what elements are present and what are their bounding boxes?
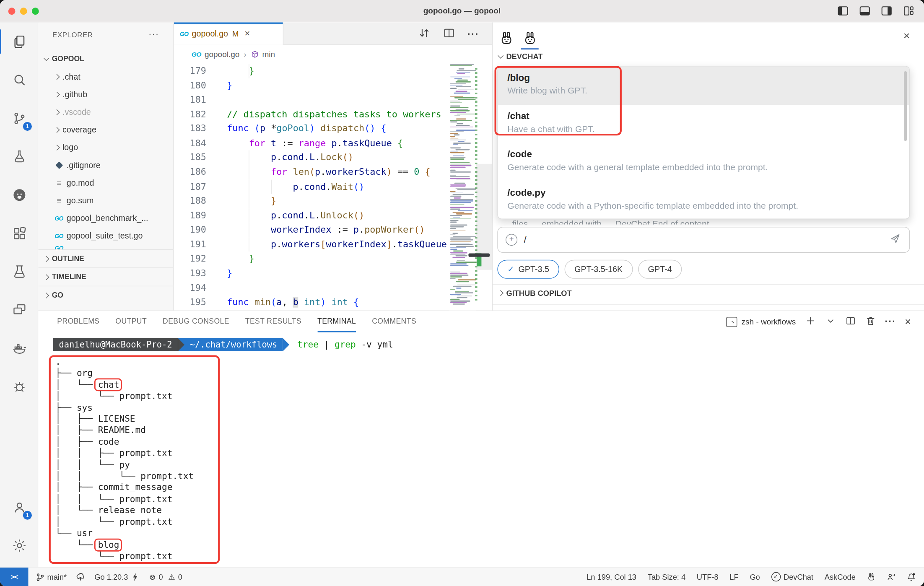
flask-extension-icon[interactable]	[0, 137, 38, 176]
terminal-dropdown-chevron-icon[interactable]	[825, 315, 836, 328]
eol-status[interactable]: LF	[729, 573, 738, 581]
close-panel-icon[interactable]: ×	[903, 29, 910, 42]
settings-icon[interactable]	[0, 526, 38, 564]
close-tab-icon[interactable]: ×	[244, 28, 250, 39]
explorer-section-gopool[interactable]: GOPOOL	[38, 51, 173, 67]
send-icon[interactable]	[889, 233, 901, 247]
line-number: 192	[174, 252, 206, 267]
panel-tab-comments[interactable]: COMMENTS	[372, 311, 416, 332]
breadcrumb-file[interactable]: gopool.go	[205, 50, 239, 59]
rabbit-status-icon[interactable]	[867, 573, 876, 581]
kill-terminal-icon[interactable]	[865, 315, 876, 328]
sidebar-section-outline[interactable]: OUTLINE	[38, 249, 173, 268]
indentation-status[interactable]: Tab Size: 4	[648, 573, 685, 581]
devchat-input-box[interactable]: +	[497, 227, 910, 253]
problems-status[interactable]: ⊗0⚠0	[149, 573, 182, 581]
code-line: 194	[174, 281, 449, 296]
lines-file-icon: ≡	[54, 178, 64, 187]
command-item-blog[interactable]: /blogWrite blog with GPT.	[498, 67, 909, 105]
sidebar-section-go[interactable]: GO	[38, 286, 173, 304]
devchat-section-header[interactable]: DEVCHAT	[493, 52, 542, 61]
command-description: Generate code with a general template em…	[507, 162, 900, 172]
line-number: 184	[174, 136, 206, 150]
source-control-icon[interactable]: 1	[0, 99, 38, 137]
remote-indicator[interactable]: ><	[0, 568, 28, 586]
code-line: 184 for t := range p.taskQueue {	[174, 136, 449, 150]
dropdown-scrollbar[interactable]	[904, 71, 907, 141]
title-bar: gopool.go — gopool	[0, 0, 924, 22]
model-pill-gpt-4[interactable]: GPT-4	[638, 260, 682, 279]
file-item-logo[interactable]: logo	[38, 138, 173, 156]
split-terminal-icon[interactable]	[845, 315, 856, 328]
panel-tab-problems[interactable]: PROBLEMS	[57, 311, 99, 332]
github-icon[interactable]	[0, 176, 38, 214]
file-item-.chat[interactable]: .chat	[38, 68, 173, 86]
toggle-panel-icon[interactable]	[859, 5, 871, 19]
encoding-status[interactable]: UTF-8	[697, 573, 719, 581]
docker-icon[interactable]	[0, 329, 38, 367]
file-item-.vscode[interactable]: .vscode	[38, 103, 173, 121]
testing-icon[interactable]	[0, 252, 38, 290]
panel-more-actions-icon[interactable]: ···	[885, 316, 896, 327]
file-item-.github[interactable]: .github	[38, 86, 173, 103]
minimap[interactable]	[449, 64, 476, 311]
devchat-status[interactable]: ✓DevChat	[771, 572, 813, 581]
new-terminal-icon[interactable]	[805, 315, 816, 328]
devchat-prompt-input[interactable]	[523, 234, 889, 246]
language-mode-status[interactable]: Go	[750, 573, 760, 581]
editor-more-actions-icon[interactable]: ···	[467, 28, 479, 40]
file-item-gopool_benchmark_...[interactable]: GOgopool_benchmark_...	[38, 209, 173, 227]
accounts-icon[interactable]: 1	[0, 488, 38, 526]
model-label: GPT-4	[648, 264, 672, 274]
open-changes-icon[interactable]	[418, 26, 431, 42]
line-number: 181	[174, 93, 206, 107]
search-icon[interactable]	[0, 61, 38, 99]
terminal-instance-label[interactable]: zsh - workflows	[726, 317, 796, 327]
go-version-status[interactable]: Go 1.20.3	[94, 573, 140, 581]
notifications-bell-icon[interactable]	[907, 573, 916, 581]
file-item-coverage[interactable]: coverage	[38, 121, 173, 138]
command-item-code[interactable]: /codeGenerate code with a general templa…	[498, 143, 909, 182]
file-item-.gitignore[interactable]: .gitignore	[38, 156, 173, 174]
model-pill-gpt-3.5[interactable]: ✓GPT-3.5	[497, 260, 559, 279]
panel-tab-debug-console[interactable]: DEBUG CONSOLE	[163, 311, 229, 332]
code-area[interactable]: 179 }180}181182// dispatch dispatches ta…	[174, 64, 449, 311]
file-label: .chat	[62, 72, 80, 81]
tree-line: │ └── chat	[55, 379, 194, 391]
remote-explorer-icon[interactable]	[0, 290, 38, 329]
askcode-status[interactable]: AskCode	[825, 573, 856, 581]
git-branch-status[interactable]: main*	[35, 573, 67, 581]
panel-tab-terminal[interactable]: TERMINAL	[317, 311, 356, 332]
model-pill-gpt-3.5-16k[interactable]: GPT-3.5-16K	[564, 260, 633, 279]
devchat-rabbit-tab-icon[interactable]	[497, 26, 515, 48]
cursor-position-status[interactable]: Ln 199, Col 13	[587, 573, 636, 581]
sidebar-section-timeline[interactable]: TIMELINE	[38, 267, 173, 286]
file-label: go.mod	[67, 178, 94, 187]
scrollbar-handle[interactable]	[468, 253, 490, 257]
extensions-icon[interactable]	[0, 214, 38, 252]
split-editor-icon[interactable]	[443, 26, 456, 42]
add-context-icon[interactable]: +	[506, 234, 517, 246]
breadcrumb[interactable]: GO gopool.go › min	[174, 45, 492, 64]
close-panel-icon[interactable]: ×	[905, 316, 911, 328]
toggle-primary-sidebar-icon[interactable]	[837, 5, 849, 19]
command-item-code.py[interactable]: /code.pyGenerate code with a Python-spec…	[498, 182, 909, 219]
line-number: 179	[174, 64, 206, 78]
command-item-chat[interactable]: /chatHave a chat with GPT.	[498, 105, 909, 143]
customize-layout-icon[interactable]	[902, 5, 915, 19]
file-item-gopool_suite_test.go[interactable]: GOgopool_suite_test.go	[38, 227, 173, 244]
explorer-actions-icon[interactable]: ···	[148, 28, 159, 38]
devchat-rabbit-tab2-icon[interactable]	[521, 26, 539, 49]
breadcrumb-symbol[interactable]: min	[262, 50, 275, 59]
toggle-secondary-sidebar-icon[interactable]	[880, 5, 893, 19]
panel-tab-test-results[interactable]: TEST RESULTS	[245, 311, 301, 332]
run-debug-icon[interactable]	[0, 367, 38, 405]
github-copilot-section-header[interactable]: GITHUB COPILOT	[493, 289, 572, 298]
panel-tab-output[interactable]: OUTPUT	[115, 311, 147, 332]
sync-changes-icon[interactable]	[76, 573, 85, 581]
tab-gopool-go[interactable]: GO gopool.go M ×	[174, 22, 283, 44]
explorer-icon[interactable]	[0, 22, 38, 60]
feedback-icon[interactable]	[887, 573, 895, 581]
file-item-go.sum[interactable]: ≡go.sum	[38, 192, 173, 209]
file-item-go.mod[interactable]: ≡go.mod	[38, 174, 173, 192]
